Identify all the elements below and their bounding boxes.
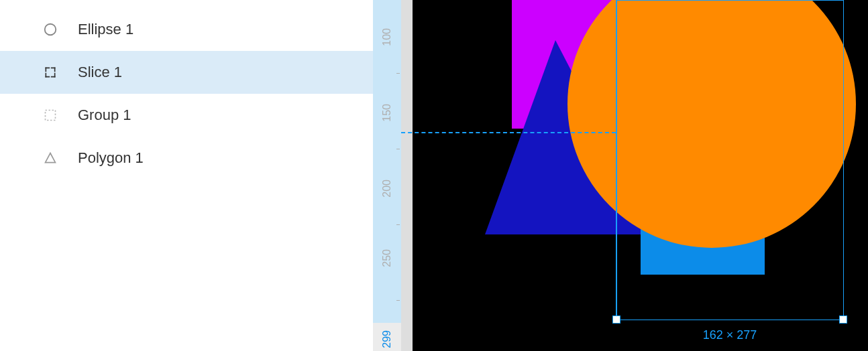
ruler-tick: 150	[373, 104, 401, 125]
selection-bounding-box[interactable]	[616, 0, 844, 320]
canvas-area[interactable]: 162 × 277	[401, 0, 868, 351]
ruler-tick: 250	[373, 249, 401, 270]
svg-marker-2	[46, 153, 56, 163]
ruler-minor-tick	[396, 73, 400, 74]
svg-point-0	[45, 24, 56, 36]
selection-handle-bottom-left[interactable]	[612, 315, 620, 324]
layer-label: Ellipse 1	[78, 21, 133, 38]
layer-item-ellipse[interactable]: Ellipse 1	[0, 8, 373, 51]
vertical-ruler[interactable]: 100 150 200 250 299	[373, 0, 401, 351]
layer-item-group[interactable]: Group 1	[0, 94, 373, 137]
alignment-guide-horizontal	[401, 132, 616, 133]
polygon-icon	[43, 151, 58, 165]
app-root: Ellipse 1 Slice 1 Group 1	[0, 0, 868, 351]
ruler-tick: 100	[373, 28, 401, 49]
ruler-minor-tick	[396, 300, 400, 301]
selection-edge[interactable]	[616, 1, 617, 320]
layer-item-slice[interactable]: Slice 1	[0, 51, 373, 94]
selection-dimensions-label: 162 × 277	[703, 328, 757, 342]
ruler-minor-tick	[396, 149, 400, 149]
ellipse-icon	[43, 22, 58, 37]
layer-label: Group 1	[78, 107, 131, 124]
svg-rect-1	[46, 111, 56, 121]
ruler-tick: 200	[373, 180, 401, 200]
slice-icon	[43, 65, 58, 80]
layer-item-polygon[interactable]: Polygon 1	[0, 137, 373, 180]
ruler-minor-tick	[396, 224, 400, 225]
selection-handle-bottom-right[interactable]	[839, 315, 847, 324]
layers-panel: Ellipse 1 Slice 1 Group 1	[0, 0, 373, 351]
group-icon	[43, 108, 58, 123]
ruler-current-indicator: 299	[373, 330, 401, 351]
layer-label: Polygon 1	[78, 149, 144, 167]
layer-label: Slice 1	[78, 64, 122, 81]
